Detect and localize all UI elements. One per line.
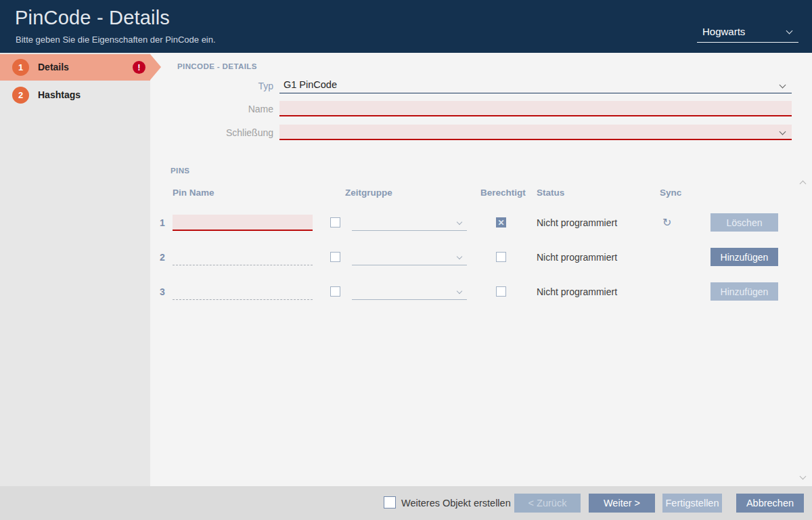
step-number-badge: 1 bbox=[12, 59, 29, 76]
finish-button[interactable]: Fertigstellen bbox=[662, 494, 722, 513]
zeitgruppe-checkbox[interactable] bbox=[330, 286, 340, 297]
header: PinCode - Details Bitte geben Sie die Ei… bbox=[0, 0, 812, 53]
chevron-down-icon bbox=[457, 254, 462, 259]
sidebar-item-label: Details bbox=[38, 62, 69, 72]
chevron-down-icon bbox=[780, 129, 786, 135]
column-header-sync: Sync bbox=[660, 188, 681, 198]
berechtigt-checkbox[interactable]: ✕ bbox=[496, 217, 506, 228]
wizard-steps-sidebar: 1 Details ! 2 Hashtags bbox=[0, 53, 150, 486]
pin-name-input[interactable] bbox=[173, 284, 313, 300]
berechtigt-checkbox[interactable] bbox=[496, 252, 506, 262]
zeitgruppe-select[interactable] bbox=[352, 249, 467, 265]
chevron-down-icon bbox=[780, 82, 786, 89]
column-header-status: Status bbox=[537, 188, 564, 198]
page-subtitle: Bitte geben Sie die Eigenschaften der Pi… bbox=[16, 35, 216, 45]
name-label: Name bbox=[189, 104, 273, 114]
typ-select[interactable]: G1 PinCode bbox=[279, 78, 792, 93]
column-header-pin-name: Pin Name bbox=[173, 188, 215, 198]
section-title-pins: PINS bbox=[171, 167, 189, 175]
berechtigt-checkbox[interactable] bbox=[496, 286, 506, 297]
back-button[interactable]: < Zurück bbox=[514, 494, 581, 513]
project-selector[interactable]: Hogwarts bbox=[697, 23, 798, 43]
sidebar-item-hashtags[interactable]: 2 Hashtags bbox=[0, 82, 150, 108]
zeitgruppe-checkbox[interactable] bbox=[330, 217, 340, 228]
row-number: 3 bbox=[157, 286, 168, 297]
x-mark-icon: ✕ bbox=[497, 218, 504, 228]
status-value: Nicht programmiert bbox=[537, 252, 617, 263]
row-number: 1 bbox=[157, 217, 168, 228]
chevron-down-icon bbox=[786, 28, 793, 35]
schliessung-label: Schließung bbox=[189, 127, 273, 138]
sync-icon[interactable]: ↻ bbox=[662, 216, 671, 229]
sidebar-item-details[interactable]: 1 Details ! bbox=[0, 54, 150, 81]
active-step-arrow bbox=[150, 54, 161, 80]
status-value: Nicht programmiert bbox=[537, 286, 617, 297]
chevron-down-icon bbox=[457, 288, 462, 294]
warning-icon: ! bbox=[133, 61, 145, 74]
name-field[interactable] bbox=[279, 101, 792, 116]
add-pin-button[interactable]: Hinzufügen bbox=[710, 282, 778, 301]
create-another-checkbox[interactable] bbox=[384, 496, 396, 508]
wizard-window: PinCode - Details Bitte geben Sie die Ei… bbox=[0, 0, 812, 520]
column-header-zeitgruppe: Zeitgruppe bbox=[345, 188, 392, 198]
wizard-footer: Weiteres Objekt erstellen < Zurück Weite… bbox=[0, 486, 812, 520]
create-another-label: Weiteres Objekt erstellen bbox=[401, 498, 511, 508]
chevron-down-icon bbox=[457, 219, 462, 225]
pin-name-input[interactable] bbox=[173, 215, 313, 231]
step-number-badge: 2 bbox=[12, 87, 29, 104]
column-header-berechtigt: Berechtigt bbox=[480, 188, 526, 198]
typ-select-value: G1 PinCode bbox=[284, 79, 337, 90]
zeitgruppe-checkbox[interactable] bbox=[330, 252, 340, 262]
project-selector-value: Hogwarts bbox=[702, 26, 745, 37]
scroll-up-icon[interactable] bbox=[800, 181, 807, 188]
zeitgruppe-select[interactable] bbox=[352, 284, 467, 300]
typ-label: Typ bbox=[189, 81, 273, 91]
cancel-button[interactable]: Abbrechen bbox=[736, 494, 804, 513]
section-title-pincode-details: PINCODE - DETAILS bbox=[177, 62, 257, 70]
scroll-down-icon[interactable] bbox=[800, 473, 807, 480]
pin-name-input[interactable] bbox=[173, 249, 313, 265]
add-pin-button[interactable]: Hinzufügen bbox=[710, 248, 778, 266]
zeitgruppe-select[interactable] bbox=[352, 215, 467, 231]
status-value: Nicht programmiert bbox=[537, 217, 617, 228]
next-button[interactable]: Weiter > bbox=[589, 494, 655, 513]
delete-pin-button[interactable]: Löschen bbox=[710, 213, 778, 232]
row-number: 2 bbox=[157, 252, 168, 263]
page-title: PinCode - Details bbox=[15, 7, 170, 29]
schliessung-select[interactable] bbox=[279, 125, 792, 140]
sidebar-item-label: Hashtags bbox=[38, 89, 81, 100]
